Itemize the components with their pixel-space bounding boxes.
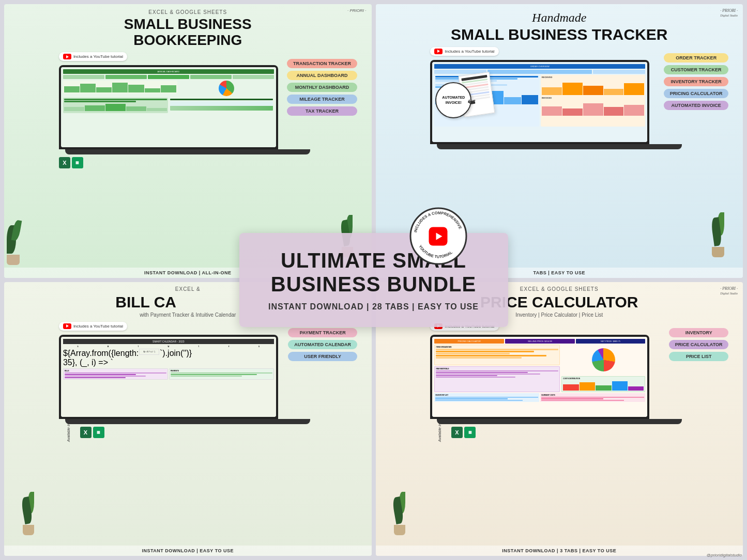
pill-inv: INVENTORY — [669, 328, 729, 337]
laptop-q4: PRICING CALCULATOR SELLING PRICE: $214.9… — [430, 335, 649, 419]
pill-price-list: PRICE LIST — [669, 352, 729, 361]
q2-header: Handmade Small Business Tracker — [376, 4, 743, 45]
youtube-icon-q1 — [63, 54, 71, 59]
pill-customer: CUSTOMER TRACKER — [664, 65, 729, 74]
priori-logo-q4: · PRIORI ·Digital Studio — [720, 286, 738, 295]
q4-pills: INVENTORY PRICE CALCULATOR PRICE LIST — [669, 328, 729, 361]
q3-pills: PAYMENT TRACKER AUTOMATED CALENDAR USER … — [288, 328, 357, 361]
q2-title: Small Business Tracker — [381, 26, 738, 43]
yt-label-q3: Includes a YouTube tutorial — [73, 324, 123, 329]
yt-badge-q2: Includes a YouTube tutorial — [430, 47, 498, 56]
sheets-icon-q4: ▦ — [464, 427, 476, 438]
q1-subtitle: Excel & Google Sheets — [9, 9, 367, 15]
yt-badge-q3: Includes a YouTube tutorial — [59, 322, 127, 331]
yt-badge-q1: Includes a YouTube tutorial — [59, 52, 127, 61]
pill-mileage: MILEAGE TRACKER — [287, 95, 357, 104]
watermark: @prioridigitalstudio — [707, 553, 742, 557]
plant-left-q3 — [23, 497, 34, 535]
sheets-icon-q1: ▦ — [72, 157, 83, 168]
pill-payment: PAYMENT TRACKER — [288, 328, 357, 337]
plant-left-q4 — [394, 497, 405, 535]
pill-annual: ANNUAL DASHBOARD — [287, 71, 357, 80]
screen-inner-q3: SMART CALENDAR - 2023 S M T W T F S — [61, 337, 276, 417]
pill-invoice: AUTOMATED INVOICE — [664, 101, 729, 110]
laptop-q1: ANNUAL DASHBOARD — [59, 65, 278, 149]
screen-q4: PRICING CALCULATOR SELLING PRICE: $214.9… — [432, 337, 647, 417]
pill-inventory: INVENTORY TRACKER — [664, 77, 729, 86]
screen-q3: SMART CALENDAR - 2023 S M T W T F S — [61, 337, 276, 417]
q4-bottom-bar: INSTANT DOWNLOAD | 3 TABS | EASY TO USE — [376, 546, 743, 556]
yt-circle-badge: INCLUDES A COMPREHENSIVE YOUTUBE TUTORIA… — [408, 207, 468, 266]
pill-calendar: AUTOMATED CALENDAR — [288, 340, 357, 349]
plant-right-q2 — [712, 217, 724, 257]
yt-circle-icon — [429, 227, 448, 245]
available-in-q3: Available in: X ▦ — [59, 427, 317, 438]
excel-icon-q3: X — [80, 427, 92, 438]
q1-pills: TRANSACTION TRACKER ANNUAL DASHBOARD MON… — [287, 59, 357, 116]
available-in-q4: Available in: X ▦ — [430, 427, 688, 438]
youtube-icon-q3 — [63, 323, 71, 329]
screen-inner-q1: ANNUAL DASHBOARD — [61, 67, 276, 147]
pill-order: ORDER TRACKER — [664, 53, 729, 63]
screen-q1: ANNUAL DASHBOARD — [61, 67, 276, 147]
laptop-base-q4 — [437, 419, 682, 424]
priori-logo-q1: · PRIORI · — [347, 8, 366, 13]
pill-tax: TAX TRACKER — [287, 106, 357, 116]
auto-invoice-badge: AUTOMATED INVOICE! — [435, 82, 471, 118]
pill-transaction: TRANSACTION TRACKER — [287, 59, 357, 68]
laptop-base-q1 — [65, 149, 310, 154]
yt-label-q1: Includes a YouTube tutorial — [73, 54, 123, 59]
yt-label-q2: Includes a YouTube tutorial — [445, 49, 494, 54]
excel-icon-q1: X — [59, 157, 70, 168]
pill-pricing: PRICING CALCULATOR — [664, 89, 729, 98]
pill-price-calc: PRICE CALCULATOR — [669, 340, 729, 349]
q2-subtitle: Handmade — [381, 11, 738, 24]
laptop-base-q3 — [65, 419, 310, 424]
overlay-subtitle: INSTANT DOWNLOAD | 28 TABS | EASY TO USE — [265, 302, 482, 312]
plant-left-q1 — [7, 225, 20, 265]
youtube-icon-q2 — [434, 49, 443, 54]
q1-title: Small BusinessBookkeeping — [9, 17, 367, 49]
laptop-q3: SMART CALENDAR - 2023 S M T W T F S — [59, 335, 278, 419]
laptop-base-q2 — [437, 144, 682, 149]
excel-icon-q4: X — [451, 427, 463, 438]
pill-friendly: USER FRIENDLY — [288, 352, 357, 361]
pill-monthly: MONTHLY DASHBOARD — [287, 83, 357, 92]
screen-inner-q4: PRICING CALCULATOR SELLING PRICE: $214.9… — [432, 337, 647, 417]
priori-logo-q2: · PRIORI ·Digital Studio — [720, 8, 738, 18]
q1-header: Excel & Google Sheets Small BusinessBook… — [4, 4, 372, 51]
q2-pills: ORDER TRACKER CUSTOMER TRACKER INVENTORY… — [664, 53, 729, 110]
available-in-q1: X ▦ — [59, 157, 317, 168]
q3-bottom-bar: INSTANT DOWNLOAD | EASY TO USE — [4, 546, 372, 556]
sheets-icon-q3: ▦ — [93, 427, 104, 438]
